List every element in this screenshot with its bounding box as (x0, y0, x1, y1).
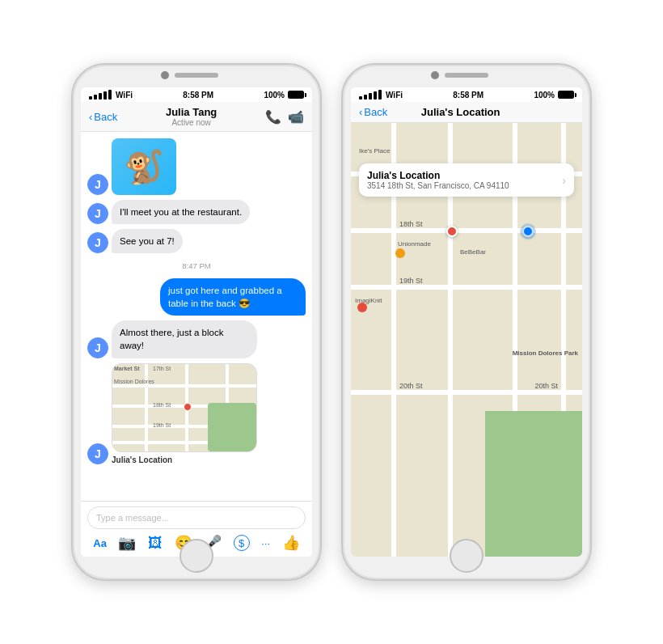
back-chevron-icon-2: ‹ (359, 106, 362, 118)
signal-bar-1 (89, 96, 92, 100)
avatar-2: J (87, 203, 108, 224)
signal-bar-3 (99, 93, 102, 100)
monkey-sticker: 🐒 (112, 138, 176, 195)
battery-container: 100% (264, 91, 304, 100)
camera-icon[interactable]: 📷 (118, 534, 136, 552)
road-h-1 (112, 384, 256, 388)
signal-bar-2-5 (378, 90, 382, 100)
phone-camera (161, 71, 169, 79)
payment-icon[interactable]: $ (234, 535, 250, 551)
signal-indicator: WiFi (89, 90, 133, 100)
battery-fill-2 (559, 91, 573, 98)
avatar-3: J (87, 232, 108, 253)
wifi-icon-2: WiFi (386, 91, 403, 100)
map-user-dot (522, 226, 534, 237)
place-unionmade: Unionmade (398, 240, 431, 248)
signal-bar-2-2 (364, 95, 367, 100)
map-park-1 (208, 403, 256, 451)
battery-icon-2 (558, 91, 574, 99)
location-card[interactable]: Julia's Location 3514 18th St, San Franc… (359, 163, 574, 197)
street-label-20th-right: 20th St (534, 382, 558, 390)
status-time-2: 8:58 PM (453, 91, 484, 100)
battery-pct-2: 100% (534, 91, 555, 100)
sticker-row: J 🐒 (87, 138, 306, 195)
back-label-1: Back (94, 111, 117, 123)
back-chevron-icon: ‹ (89, 111, 92, 123)
like-icon[interactable]: 👍 (282, 534, 300, 552)
map-road-20th (351, 390, 582, 395)
map-thumbnail: 17th St 18th St 19th St Market St Missio… (112, 363, 257, 452)
map-msg-row: J (87, 363, 306, 464)
signal-bar-4 (103, 91, 107, 100)
map-pin-full (446, 226, 458, 237)
battery-fill (289, 91, 303, 98)
msg-row-outgoing-1: just got here and grabbed a table in the… (87, 278, 306, 316)
phone-speaker-2 (445, 73, 488, 78)
message-input[interactable]: Type a message... (87, 506, 306, 529)
signal-bar-2 (94, 95, 97, 100)
chat-subtitle: Active now (117, 118, 265, 127)
msg-row-1: J I'll meet you at the restaurant. (87, 200, 306, 224)
place-dot-unionmade (395, 248, 405, 258)
nav-bar-2: ‹ Back Julia's Location (351, 102, 582, 123)
map-park-full (485, 411, 582, 557)
back-label-2: Back (364, 106, 387, 118)
phone-camera-2 (431, 71, 439, 79)
location-card-text: Julia's Location 3514 18th St, San Franc… (367, 170, 509, 190)
status-bar-1: WiFi 8:58 PM 100% (81, 87, 312, 102)
map-road-19th (351, 285, 582, 290)
nav-center-1: Julia Tang Active now (117, 106, 265, 127)
call-icon[interactable]: 📞 (265, 109, 281, 125)
battery-pct-1: 100% (264, 91, 285, 100)
bubble-incoming-2: See you at 7! (112, 229, 183, 253)
home-button-2[interactable] (450, 539, 484, 573)
battery-icon (288, 91, 304, 99)
place-dot-imaginit (357, 303, 367, 312)
map-title: Julia's Location (387, 106, 534, 118)
street-label-19th: 19th St (399, 277, 423, 285)
phone-2: WiFi 8:58 PM 100% ‹ Back Julia's Locatio… (341, 63, 592, 581)
chat-title: Julia Tang (117, 106, 265, 118)
battery-container-2: 100% (534, 91, 574, 100)
home-button-1[interactable] (179, 539, 213, 573)
phone-speaker (175, 73, 218, 78)
location-card-title: Julia's Location (367, 170, 509, 181)
road-v-1 (145, 364, 148, 451)
place-mission: Mission Dolores Park (513, 350, 578, 357)
location-chevron-icon: › (562, 174, 566, 187)
phone-1: WiFi 8:58 PM 100% ‹ Back Julia Tang (71, 63, 322, 581)
timestamp-1: 8:47 PM (87, 261, 306, 270)
back-button-2[interactable]: ‹ Back (359, 106, 387, 118)
signal-bar-2-1 (359, 96, 362, 100)
bubble-outgoing-1: just got here and grabbed a table in the… (160, 278, 306, 316)
map-thumbnail-label: Julia's Location (112, 455, 257, 464)
avatar-1: J (87, 174, 108, 195)
map-screen: 17th St 18th St 19th St 20th St 20th St … (351, 123, 582, 557)
nav-bar-1: ‹ Back Julia Tang Active now 📞 📹 (81, 102, 312, 132)
map-pin-thumbnail (184, 403, 192, 411)
map-thumbnail-container[interactable]: 17th St 18th St 19th St Market St Missio… (112, 363, 257, 464)
text-format-icon[interactable]: Aa (93, 537, 107, 549)
video-icon[interactable]: 📹 (288, 109, 304, 125)
map-road-18th (351, 228, 582, 233)
phone-2-screen: WiFi 8:58 PM 100% ‹ Back Julia's Locatio… (351, 87, 582, 557)
chat-area: J 🐒 J I'll meet you at the restaurant. J (81, 132, 312, 501)
more-icon[interactable]: ··· (261, 537, 270, 549)
bubble-incoming-3: Almost there, just a block away! (112, 320, 257, 358)
back-button-1[interactable]: ‹ Back (89, 111, 117, 123)
status-time-1: 8:58 PM (183, 91, 213, 100)
input-row: Type a message... (87, 506, 306, 529)
phone-1-screen: WiFi 8:58 PM 100% ‹ Back Julia Tang (81, 87, 312, 557)
signal-indicator-2: WiFi (359, 90, 403, 100)
nav-actions-1: 📞 📹 (265, 109, 304, 125)
avatar-5: J (87, 443, 108, 464)
gallery-icon[interactable]: 🖼 (148, 535, 163, 552)
street-label-18th: 18th St (399, 220, 423, 228)
street-label-20th: 20th St (399, 382, 423, 390)
location-card-address: 3514 18th St, San Francisco, CA 94110 (367, 181, 509, 190)
signal-bar-2-3 (369, 93, 372, 100)
phones-container: WiFi 8:58 PM 100% ‹ Back Julia Tang (71, 63, 592, 581)
input-placeholder: Type a message... (96, 513, 169, 523)
status-bar-2: WiFi 8:58 PM 100% (351, 87, 582, 102)
wifi-icon: WiFi (116, 91, 133, 100)
